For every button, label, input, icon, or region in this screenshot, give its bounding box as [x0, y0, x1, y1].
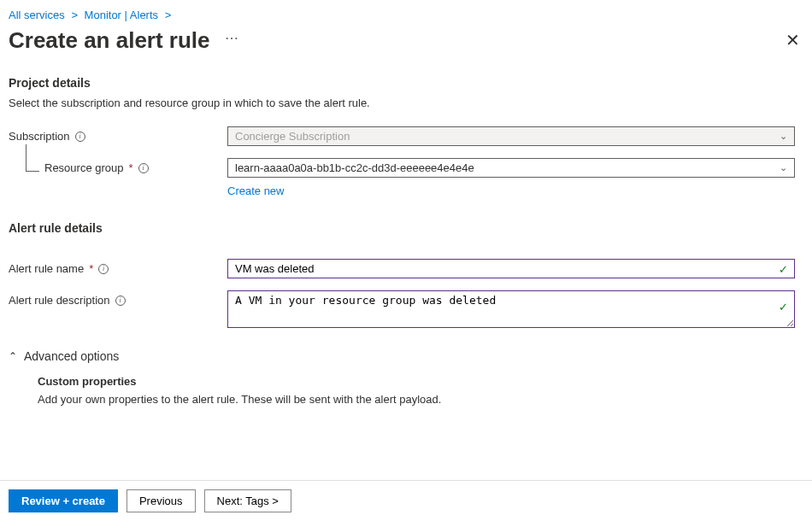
footer-bar: Review + create Previous Next: Tags > — [0, 480, 812, 521]
alert-rule-description-row: Alert rule description i ✓ — [9, 290, 803, 331]
form-content: Project details Select the subscription … — [0, 62, 812, 406]
alert-rule-details-title: Alert rule details — [9, 221, 803, 235]
custom-properties-title: Custom properties — [9, 375, 803, 388]
advanced-options-toggle[interactable]: ⌃ Advanced options — [9, 349, 803, 363]
subscription-select: Concierge Subscription ⌄ — [227, 126, 795, 146]
alert-rule-name-row: Alert rule name * i ✓ — [9, 259, 803, 278]
resource-group-row: Resource group * i learn-aaaa0a0a-bb1b-c… — [9, 158, 803, 178]
resource-group-field: learn-aaaa0a0a-bb1b-cc2c-dd3d-eeeeee4e4e… — [227, 158, 795, 178]
subscription-value: Concierge Subscription — [235, 130, 350, 143]
alert-rule-details-section: Alert rule details Alert rule name * i ✓… — [9, 221, 803, 406]
previous-button[interactable]: Previous — [127, 489, 196, 512]
alert-rule-description-label: Alert rule description i — [9, 290, 227, 307]
alert-rule-description-label-text: Alert rule description — [9, 294, 110, 307]
subscription-field: Concierge Subscription ⌄ — [227, 126, 795, 146]
advanced-options-label: Advanced options — [24, 349, 119, 363]
chevron-down-icon: ⌄ — [780, 131, 787, 142]
chevron-up-icon: ⌃ — [9, 350, 17, 362]
subscription-label: Subscription i — [9, 130, 227, 143]
breadcrumb-link-all-services[interactable]: All services — [9, 9, 65, 21]
subscription-label-text: Subscription — [9, 130, 70, 143]
info-icon[interactable]: i — [75, 132, 85, 142]
alert-rule-name-label-text: Alert rule name — [9, 262, 84, 275]
close-icon[interactable]: ✕ — [782, 26, 803, 54]
alert-rule-description-input[interactable] — [227, 290, 795, 328]
project-details-description: Select the subscription and resource gro… — [9, 97, 803, 109]
create-new-link[interactable]: Create new — [227, 184, 284, 197]
breadcrumb-link-monitor-alerts[interactable]: Monitor | Alerts — [85, 9, 158, 21]
next-tags-button[interactable]: Next: Tags > — [204, 489, 291, 512]
chevron-down-icon: ⌄ — [780, 162, 787, 173]
alert-rule-name-label: Alert rule name * i — [9, 262, 227, 275]
resource-group-label: Resource group * i — [9, 161, 227, 174]
project-details-title: Project details — [9, 76, 803, 90]
check-icon: ✓ — [779, 301, 788, 313]
check-icon: ✓ — [779, 262, 788, 275]
review-create-button[interactable]: Review + create — [9, 489, 118, 512]
breadcrumb: All services > Monitor | Alerts > — [0, 0, 812, 25]
alert-rule-name-field-wrap: ✓ — [227, 259, 795, 278]
subscription-row: Subscription i Concierge Subscription ⌄ — [9, 126, 803, 146]
more-actions-button[interactable]: ⋯ — [225, 30, 239, 46]
info-icon[interactable]: i — [98, 264, 109, 274]
resource-group-value: learn-aaaa0a0a-bb1b-cc2c-dd3d-eeeeee4e4e… — [235, 161, 474, 174]
info-icon[interactable]: i — [138, 163, 149, 173]
page-header: Create an alert rule ⋯ ✕ — [0, 25, 812, 62]
create-new-row: Create new — [227, 184, 803, 197]
breadcrumb-sep-2: > — [165, 9, 172, 21]
resource-group-select[interactable]: learn-aaaa0a0a-bb1b-cc2c-dd3d-eeeeee4e4e… — [227, 158, 795, 178]
info-icon[interactable]: i — [115, 296, 126, 306]
custom-properties-description: Add your own properties to the alert rul… — [9, 393, 803, 406]
required-asterisk: * — [89, 262, 93, 275]
required-asterisk: * — [129, 161, 133, 174]
alert-rule-description-field-wrap: ✓ — [227, 290, 795, 331]
page-title: Create an alert rule — [9, 27, 210, 54]
resource-group-label-text: Resource group — [44, 161, 124, 174]
alert-rule-name-input[interactable] — [227, 259, 795, 278]
breadcrumb-sep-1: > — [71, 9, 78, 21]
